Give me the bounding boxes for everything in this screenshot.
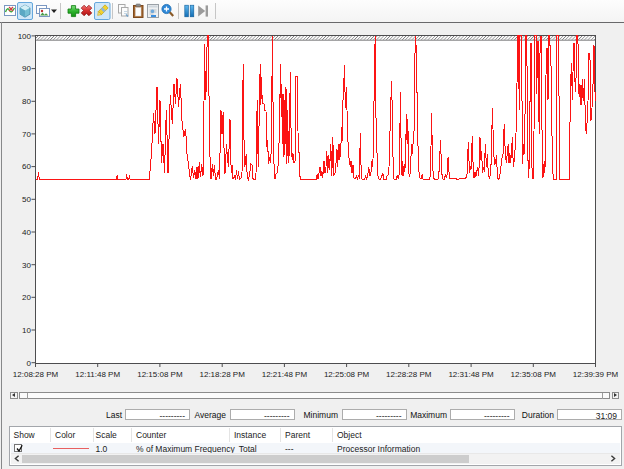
- svg-text:12:15:08 PM: 12:15:08 PM: [137, 370, 183, 379]
- svg-text:40: 40: [22, 228, 31, 237]
- svg-text:60: 60: [22, 162, 31, 171]
- svg-text:12:25:08 PM: 12:25:08 PM: [324, 370, 370, 379]
- svg-text:0: 0: [27, 359, 32, 368]
- svg-text:10: 10: [22, 326, 31, 335]
- svg-text:12:39:39 PM: 12:39:39 PM: [573, 370, 619, 379]
- svg-text:12:21:48 PM: 12:21:48 PM: [262, 370, 308, 379]
- svg-text:50: 50: [22, 195, 31, 204]
- svg-text:90: 90: [22, 64, 31, 73]
- svg-text:100: 100: [18, 32, 32, 41]
- svg-text:12:28:28 PM: 12:28:28 PM: [386, 370, 432, 379]
- svg-text:20: 20: [22, 293, 31, 302]
- svg-text:12:35:08 PM: 12:35:08 PM: [511, 370, 557, 379]
- svg-text:12:18:28 PM: 12:18:28 PM: [200, 370, 246, 379]
- svg-text:12:08:28 PM: 12:08:28 PM: [13, 370, 59, 379]
- svg-text:80: 80: [22, 97, 31, 106]
- svg-text:30: 30: [22, 261, 31, 270]
- svg-text:12:31:48 PM: 12:31:48 PM: [448, 370, 494, 379]
- svg-text:70: 70: [22, 130, 31, 139]
- svg-text:12:11:48 PM: 12:11:48 PM: [75, 370, 120, 379]
